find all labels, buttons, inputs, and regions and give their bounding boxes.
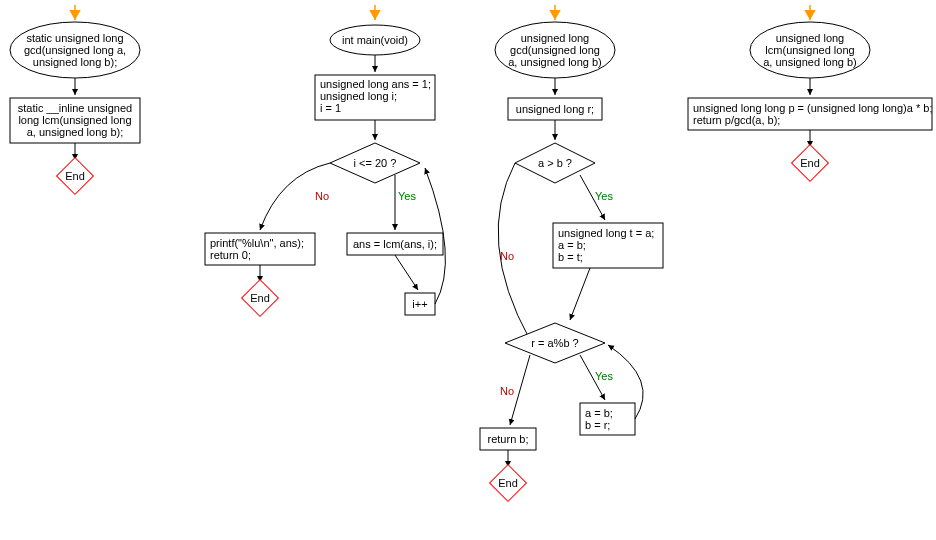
box-text-2-1-line3: i = 1	[320, 102, 341, 114]
start-text-3-line2: gcd(unsigned long	[510, 44, 600, 56]
decision-text-3-1: a > b ?	[538, 157, 572, 169]
start-text-1-line2: gcd(unsigned long a,	[24, 44, 126, 56]
start-text-2: int main(void)	[342, 34, 408, 46]
yes-label-2: Yes	[398, 190, 416, 202]
start-text-1-line1: static unsigned long	[26, 32, 123, 44]
start-text-4-line2: lcm(unsigned long	[765, 44, 854, 56]
box-text-3-yes2-line2: b = r;	[585, 419, 610, 431]
start-text-4-line1: unsigned long	[776, 32, 845, 44]
box-text-3-1: unsigned long r;	[516, 103, 594, 115]
start-text-1-line3: unsigned long b);	[33, 56, 117, 68]
end-text-4: End	[800, 157, 820, 169]
box-text-4-1-line1: unsigned long long p = (unsigned long lo…	[693, 102, 932, 114]
box-text-2-inc: i++	[412, 298, 427, 310]
end-text-2: End	[250, 292, 270, 304]
decision-text-2-1: i <= 20 ?	[354, 157, 397, 169]
end-text-1: End	[65, 170, 85, 182]
no-label-3-2: No	[500, 385, 514, 397]
box-text-2-1-line1: unsigned long ans = 1;	[320, 78, 431, 90]
box-text-3-yes1-line1: unsigned long t = a;	[558, 227, 654, 239]
box-text-3-return: return b;	[488, 433, 529, 445]
start-text-4-line3: a, unsigned long b)	[763, 56, 857, 68]
box-text-2-yes: ans = lcm(ans, i);	[353, 238, 437, 250]
box-text-1-1-line2: long lcm(unsigned long	[18, 114, 131, 126]
box-text-2-no-line2: return 0;	[210, 249, 251, 261]
yes-label-3-1: Yes	[595, 190, 613, 202]
end-text-3: End	[498, 477, 518, 489]
box-text-1-1-line1: static __inline unsigned	[18, 102, 132, 114]
box-text-2-1-line2: unsigned long i;	[320, 90, 397, 102]
flowchart-diagram: static unsigned long gcd(unsigned long a…	[0, 0, 936, 540]
box-text-4-1-line2: return p/gcd(a, b);	[693, 114, 780, 126]
arrow-3-3	[570, 268, 590, 320]
box-text-3-yes2-line1: a = b;	[585, 407, 613, 419]
yes-label-3-2: Yes	[595, 370, 613, 382]
arrow-2-inc	[395, 255, 418, 290]
no-label-3-1: No	[500, 250, 514, 262]
start-text-3-line1: unsigned long	[521, 32, 590, 44]
box-text-3-yes1-line2: a = b;	[558, 239, 586, 251]
start-text-3-line3: a, unsigned long b)	[508, 56, 602, 68]
box-text-2-no-line1: printf("%lu\n", ans);	[210, 237, 304, 249]
no-label-2: No	[315, 190, 329, 202]
decision-text-3-2: r = a%b ?	[531, 337, 578, 349]
box-text-3-yes1-line3: b = t;	[558, 251, 583, 263]
box-text-1-1-line3: a, unsigned long b);	[27, 126, 124, 138]
